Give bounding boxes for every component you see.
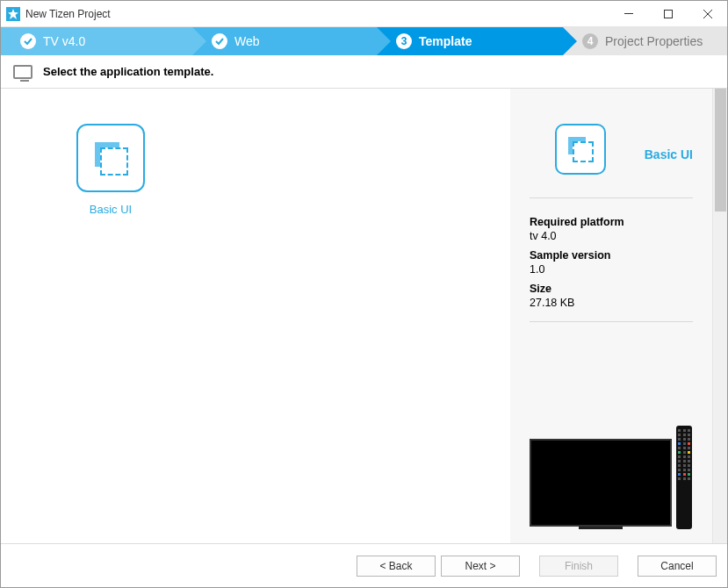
step-template[interactable]: 3 Template <box>377 27 563 55</box>
monitor-icon <box>13 65 32 79</box>
tizen-logo-icon <box>6 7 20 21</box>
preview-image <box>530 382 693 529</box>
next-button[interactable]: Next > <box>441 556 520 577</box>
template-label: Basic UI <box>71 203 150 216</box>
detail-title: Basic UI <box>645 147 693 161</box>
tv-icon <box>530 439 672 527</box>
size-value: 27.18 KB <box>530 297 693 309</box>
minimize-button[interactable] <box>609 1 648 26</box>
template-list: Basic UI <box>1 89 510 543</box>
platform-value: tv 4.0 <box>530 230 693 242</box>
step-number: 4 <box>582 33 598 49</box>
step-label: Project Properties <box>605 34 703 48</box>
close-button[interactable] <box>688 1 727 26</box>
checkmark-icon <box>212 33 227 49</box>
step-project-properties: 4 Project Properties <box>563 27 727 55</box>
version-value: 1.0 <box>530 263 693 276</box>
finish-button: Finish <box>539 556 618 577</box>
version-label: Sample version <box>530 249 693 262</box>
titlebar: New Tizen Project <box>1 1 727 27</box>
template-card[interactable]: Basic UI <box>71 124 150 216</box>
maximize-button[interactable] <box>648 1 688 26</box>
remote-icon <box>676 426 692 529</box>
svg-rect-1 <box>664 10 672 18</box>
checkmark-icon <box>20 33 36 49</box>
svg-rect-0 <box>624 13 633 14</box>
detail-metadata: Required platform tv 4.0 Sample version … <box>530 216 693 322</box>
footer: < Back Next > Finish Cancel <box>1 543 727 587</box>
content-area: Basic UI Basic UI Required platform tv 4… <box>1 89 727 543</box>
step-tv[interactable]: TV v4.0 <box>1 27 192 55</box>
back-button[interactable]: < Back <box>357 556 436 577</box>
platform-label: Required platform <box>530 216 693 228</box>
cancel-button[interactable]: Cancel <box>638 556 717 577</box>
wizard-steps: TV v4.0 Web 3 Template 4 Project Propert… <box>1 27 727 55</box>
template-icon <box>555 124 606 175</box>
size-label: Size <box>530 283 693 295</box>
template-icon <box>76 124 145 192</box>
page-header: Select the application template. <box>1 55 727 89</box>
scrollbar[interactable] <box>712 89 727 543</box>
step-label: Web <box>234 34 260 48</box>
step-label: TV v4.0 <box>43 34 85 48</box>
scrollbar-thumb[interactable] <box>715 89 726 212</box>
page-title: Select the application template. <box>43 65 213 78</box>
step-number: 3 <box>396 33 412 49</box>
step-label: Template <box>419 34 472 48</box>
window-title: New Tizen Project <box>25 8 609 20</box>
step-web[interactable]: Web <box>192 27 377 55</box>
details-panel: Basic UI Required platform tv 4.0 Sample… <box>510 89 712 543</box>
